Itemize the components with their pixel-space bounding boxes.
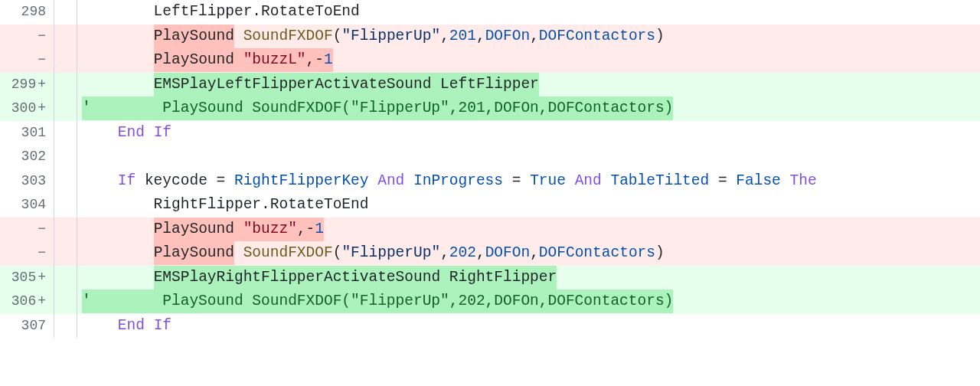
diff-marker [54,145,77,169]
line-number-gutter: 299+ [0,73,54,97]
code-token [368,169,377,193]
diff-line[interactable]: − PlaySound SoundFXDOF("FlipperUp",202,D… [0,241,980,266]
code-token: LeftFlipper.RotateToEnd [82,0,360,24]
code-token [781,169,790,193]
code-content: EMSPlayLeftFlipperActivateSound LeftFlip… [77,73,980,97]
diff-line[interactable]: 306+' PlaySound SoundFXDOF("FlipperUp",2… [0,290,980,314]
diff-line[interactable]: 301 End If [0,121,980,146]
code-token [566,169,575,193]
code-token [709,169,718,193]
code-token: ( [333,241,342,265]
code-token: PlaySound [154,25,234,48]
code-token: TableTilted [610,169,709,193]
line-number: 307 [21,315,46,337]
diff-line[interactable]: 302 [0,145,980,169]
code-token: = [512,169,521,193]
code-content: EMSPlayRightFlipperActivateSound RightFl… [77,266,980,290]
line-number-gutter: 301 [0,121,54,146]
code-content: ' PlaySound SoundFXDOF("FlipperUp",201,D… [77,96,980,121]
line-number: 299 [11,74,36,96]
code-content: End If [77,314,980,339]
code-token [145,314,154,338]
code-token: PlaySound "buzz", [154,218,306,241]
line-number-gutter: 307 [0,314,54,339]
line-number-gutter: 306+ [0,290,54,314]
diff-marker [54,48,77,73]
code-token: , [530,25,539,48]
line-number-gutter: 303 [0,169,54,194]
code-token: = [718,169,727,193]
diff-line[interactable]: 307 End If [0,314,980,339]
code-token [503,169,512,193]
plus-icon: + [38,74,46,96]
code-token: RightFlipperKey [234,169,369,193]
code-token: End [118,314,145,338]
code-token: RightFlipper.RotateToEnd [82,193,368,217]
code-token [82,73,154,96]
minus-icon: − [38,49,46,71]
code-token: ' PlaySound SoundFXDOF("FlipperUp",202,D… [82,290,673,313]
line-number-gutter: − [0,25,54,49]
diff-marker [54,193,77,218]
code-token: DOFContactors [539,241,655,265]
code-token [82,48,154,72]
code-token: = [217,169,226,193]
code-token [82,25,154,48]
line-number-gutter: 300+ [0,96,54,121]
code-token: ( [333,25,342,48]
code-token: DOFOn [485,25,531,48]
code-token: , [440,25,449,48]
code-content: PlaySound "buzz",-1 [77,218,980,242]
code-content: PlaySound SoundFXDOF("FlipperUp",202,DOF… [77,241,980,266]
code-token: If [154,121,172,145]
code-token: DOFOn [485,241,531,265]
code-token: InProgress [413,169,503,193]
diff-marker [54,96,77,121]
diff-line[interactable]: 300+' PlaySound SoundFXDOF("FlipperUp",2… [0,96,980,121]
diff-line[interactable]: 305+ EMSPlayRightFlipperActivateSound Ri… [0,266,980,290]
diff-line[interactable]: − PlaySound "buzzL",-1 [0,48,980,73]
code-token: "FlipperUp" [341,241,440,265]
line-number: 300 [11,97,36,119]
code-token: And [575,169,602,193]
plus-icon: + [38,290,46,312]
diff-line[interactable]: 298 LeftFlipper.RotateToEnd [0,0,980,25]
code-token: If [118,169,136,193]
line-number-gutter: 305+ [0,266,54,290]
code-token [82,169,118,193]
line-number: 302 [21,146,46,168]
code-token: DOFContactors [539,25,655,48]
line-number: 298 [21,1,46,23]
code-token [82,266,154,290]
code-token: keycode [136,169,216,193]
code-content: RightFlipper.RotateToEnd [77,193,980,218]
code-token: SoundFXDOF [243,25,333,48]
plus-icon: + [38,267,46,289]
code-token [234,25,243,48]
code-token: , [476,25,485,48]
code-token: ' PlaySound SoundFXDOF("FlipperUp",201,D… [82,96,673,120]
diff-line[interactable]: − PlaySound "buzz",-1 [0,218,980,242]
code-token: , [440,241,449,265]
code-content: PlaySound "buzzL",-1 [77,48,980,73]
code-token: -1 [315,48,332,72]
diff-line[interactable]: 304 RightFlipper.RotateToEnd [0,193,980,218]
code-token [82,218,154,241]
code-token [727,169,737,193]
diff-marker [54,266,77,290]
line-number-gutter: 302 [0,145,54,169]
line-number-gutter: 298 [0,0,54,25]
line-number: 301 [21,122,46,144]
code-token: 201 [449,25,476,48]
diff-marker [54,0,77,25]
code-content: If keycode = RightFlipperKey And InProgr… [77,169,980,194]
line-number-gutter: − [0,48,54,73]
code-token: PlaySound [154,241,234,265]
diff-view: 298 LeftFlipper.RotateToEnd− PlaySound S… [0,0,980,338]
diff-line[interactable]: 299+ EMSPlayLeftFlipperActivateSound Lef… [0,73,980,97]
diff-line[interactable]: 303 If keycode = RightFlipperKey And InP… [0,169,980,194]
code-token [521,169,530,193]
diff-line[interactable]: − PlaySound SoundFXDOF("FlipperUp",201,D… [0,25,980,49]
code-content: ' PlaySound SoundFXDOF("FlipperUp",202,D… [77,290,980,314]
minus-icon: − [38,242,46,264]
